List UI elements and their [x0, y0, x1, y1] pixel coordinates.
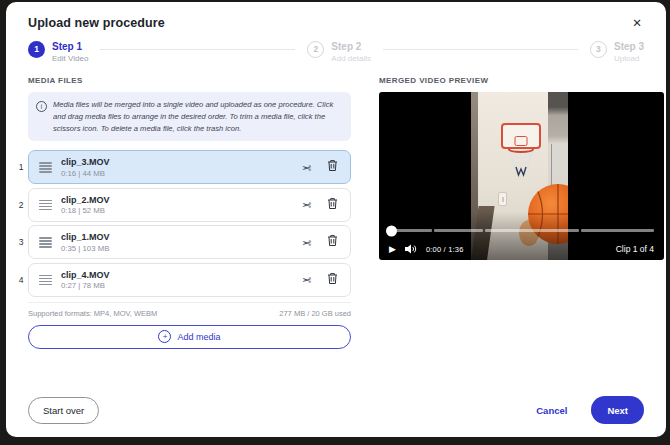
trash-icon [327, 272, 338, 285]
media-card-clip4[interactable]: clip_4.MOV 0:27 | 78 MB ✂ [28, 263, 351, 297]
trim-button[interactable]: ✂ [299, 160, 315, 175]
info-banner: i Media files will be merged into a sing… [28, 92, 351, 141]
upload-procedure-modal: Upload new procedure ✕ 1 Step 1 Edit Vid… [6, 2, 666, 437]
row-index: 4 [14, 275, 28, 285]
file-meta: 0:18 | 52 MB [61, 206, 110, 215]
video-frame [471, 92, 568, 260]
file-name: clip_3.MOV [61, 157, 110, 167]
file-meta: 0:16 | 44 MB [61, 169, 110, 178]
delete-button[interactable] [324, 197, 340, 213]
file-meta: 0:27 | 78 MB [61, 281, 110, 290]
file-name: clip_4.MOV [61, 270, 110, 280]
row-index: 1 [14, 162, 28, 172]
seek-segment [581, 229, 654, 232]
next-button[interactable]: Next [591, 396, 644, 424]
start-over-button[interactable]: Start over [28, 397, 99, 424]
step-1-label: Step 1 [52, 41, 88, 53]
step-2-sublabel: Add details [331, 54, 371, 63]
video-player[interactable]: ▶ 0:00 / 1:36 Clip 1 of 4 [379, 92, 664, 260]
scissors-icon: ✂ [302, 237, 311, 250]
trash-icon [327, 197, 338, 210]
clip-indicator: Clip 1 of 4 [616, 244, 654, 254]
trash-icon [327, 234, 338, 247]
step-2[interactable]: 2 Step 2 Add details [307, 41, 371, 64]
modal-content: MEDIA FILES i Media files will be merged… [28, 76, 644, 396]
scissors-icon: ✂ [302, 162, 311, 175]
delete-button[interactable] [324, 272, 340, 288]
step-connector [100, 49, 295, 50]
seek-segment [485, 229, 580, 232]
file-name: clip_1.MOV [61, 232, 110, 242]
delete-button[interactable] [324, 159, 340, 175]
media-row: 1 clip_3.MOV 0:16 | 44 MB ✂ [14, 150, 351, 184]
trim-button[interactable]: ✂ [299, 272, 315, 287]
step-1-sublabel: Edit Video [52, 54, 88, 63]
media-card-clip3[interactable]: clip_3.MOV 0:16 | 44 MB ✂ [28, 150, 351, 184]
file-name: clip_2.MOV [61, 195, 110, 205]
modal-header: Upload new procedure ✕ [28, 16, 644, 32]
supported-formats: Supported formats: MP4, MOV, WEBM [28, 309, 157, 318]
media-file-list: 1 clip_3.MOV 0:16 | 44 MB ✂ [28, 150, 351, 297]
step-1[interactable]: 1 Step 1 Edit Video [28, 41, 88, 64]
step-connector [383, 49, 578, 50]
seek-thumb[interactable] [386, 225, 397, 236]
trim-button[interactable]: ✂ [299, 235, 315, 250]
time-display: 0:00 / 1:36 [426, 245, 464, 254]
drag-handle-icon[interactable] [39, 275, 52, 286]
media-files-panel: MEDIA FILES i Media files will be merged… [28, 76, 351, 396]
cancel-button[interactable]: Cancel [530, 404, 573, 417]
info-icon: i [36, 101, 47, 112]
formats-row: Supported formats: MP4, MOV, WEBM 277 MB… [28, 302, 351, 318]
seek-segment [434, 229, 482, 232]
preview-panel: MERGED VIDEO PREVIEW [379, 76, 644, 396]
add-media-button[interactable]: + Add media [28, 325, 351, 349]
close-icon[interactable]: ✕ [630, 16, 644, 32]
file-meta: 0:35 | 103 MB [61, 244, 110, 253]
play-icon[interactable]: ▶ [389, 245, 396, 254]
info-banner-text: Media files will be merged into a single… [53, 99, 342, 134]
step-3-badge: 3 [590, 41, 607, 58]
trash-icon [327, 159, 338, 172]
step-1-badge: 1 [28, 41, 45, 58]
scissors-icon: ✂ [302, 199, 311, 212]
media-row: 2 clip_2.MOV 0:18 | 52 MB ✂ [14, 188, 351, 222]
player-controls: ▶ 0:00 / 1:36 Clip 1 of 4 [389, 244, 654, 254]
stepper: 1 Step 1 Edit Video 2 Step 2 Add details… [28, 41, 644, 64]
media-row: 4 clip_4.MOV 0:27 | 78 MB ✂ [14, 263, 351, 297]
media-files-title: MEDIA FILES [28, 76, 351, 85]
drag-handle-icon[interactable] [39, 162, 52, 173]
seek-bar[interactable] [389, 229, 654, 232]
row-index: 2 [14, 200, 28, 210]
add-icon: + [158, 330, 171, 343]
storage-used: 277 MB / 20 GB used [279, 309, 351, 318]
media-card-clip2[interactable]: clip_2.MOV 0:18 | 52 MB ✂ [28, 188, 351, 222]
basketball-hoop [497, 123, 545, 183]
media-card-clip1[interactable]: clip_1.MOV 0:35 | 103 MB ✂ [28, 225, 351, 259]
add-media-label: Add media [177, 332, 220, 342]
light-switch [498, 192, 507, 206]
scissors-icon: ✂ [302, 274, 311, 287]
delete-button[interactable] [324, 234, 340, 250]
step-3[interactable]: 3 Step 3 Upload [590, 41, 644, 64]
modal-footer: Start over Cancel Next [28, 396, 644, 424]
trim-button[interactable]: ✂ [299, 197, 315, 212]
media-row: 3 clip_1.MOV 0:35 | 103 MB ✂ [14, 225, 351, 259]
preview-title: MERGED VIDEO PREVIEW [379, 76, 644, 85]
row-index: 3 [14, 237, 28, 247]
step-3-sublabel: Upload [614, 54, 644, 63]
drag-handle-icon[interactable] [39, 237, 52, 248]
step-2-badge: 2 [307, 41, 324, 58]
step-2-label: Step 2 [331, 41, 371, 53]
volume-icon[interactable] [405, 244, 417, 254]
step-3-label: Step 3 [614, 41, 644, 53]
modal-title: Upload new procedure [28, 16, 165, 30]
drag-handle-icon[interactable] [39, 200, 52, 211]
